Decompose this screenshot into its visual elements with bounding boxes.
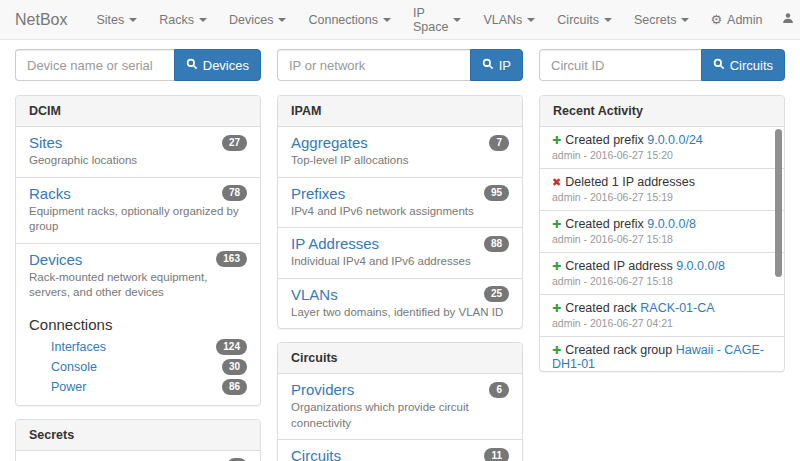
navbar-item[interactable]: Racks xyxy=(148,1,218,39)
navbar-item-label: VLANs xyxy=(483,13,522,27)
search-circuits-button[interactable]: Circuits xyxy=(701,49,785,81)
circuit-search-group: Circuits xyxy=(539,49,785,81)
item-link[interactable]: VLANs xyxy=(291,286,338,303)
navbar-item[interactable]: VLANs xyxy=(472,1,546,39)
search-ip-button[interactable]: IP xyxy=(470,49,523,81)
activity-meta: admin - 2016-06-27 15:18 xyxy=(552,233,768,245)
column-ipam: IPAM Aggregates 7 Top-level IP allocatio… xyxy=(277,95,523,461)
item-link[interactable]: Secrets xyxy=(29,458,80,461)
count-badge: 25 xyxy=(484,286,509,302)
activity-action-text: Created rack group xyxy=(565,343,672,357)
device-search-group: Devices xyxy=(15,49,261,81)
navbar-item[interactable]: Secrets xyxy=(623,1,700,39)
activity-action-icon xyxy=(552,302,561,315)
connection-link[interactable]: Interfaces xyxy=(51,340,106,354)
item-link[interactable]: Aggregates xyxy=(291,134,368,151)
activity-scrollbar[interactable] xyxy=(775,129,782,277)
activity-item: Deleted 1 IP addresses admin - 2016-06-2… xyxy=(540,168,784,210)
column-activity: Recent Activity Created prefix 9.0.0.0/2… xyxy=(539,95,785,461)
ip-search-group: IP xyxy=(277,49,523,81)
count-badge: 7 xyxy=(489,135,509,151)
dcim-list-item: Racks 78 Equipment racks, optionally org… xyxy=(16,177,260,243)
activity-action-icon xyxy=(552,260,561,273)
item-description: Top-level IP allocations xyxy=(291,153,509,169)
ipam-list-item: IP Addresses 88 Individual IPv4 and IPv6… xyxy=(278,227,522,278)
count-badge: 163 xyxy=(216,251,247,267)
chevron-down-icon xyxy=(681,18,689,22)
item-description: IPv4 and IPv6 network assignments xyxy=(291,204,509,220)
ip-search-input[interactable] xyxy=(277,49,470,81)
connection-link[interactable]: Power xyxy=(51,380,86,394)
ipam-list-item: Prefixes 95 IPv4 and IPv6 network assign… xyxy=(278,177,522,228)
item-link[interactable]: IP Addresses xyxy=(291,235,379,252)
item-link[interactable]: Racks xyxy=(29,185,71,202)
navbar-item[interactable]: Sites xyxy=(85,1,148,39)
user-icon xyxy=(782,12,794,27)
connection-row: Console 30 xyxy=(29,357,247,377)
navbar-item-label: Devices xyxy=(229,13,273,27)
connection-row: Interfaces 124 xyxy=(29,337,247,357)
activity-item: Created rack group Hawaii - CAGE-DH1-01 … xyxy=(540,336,784,371)
search-devices-button[interactable]: Devices xyxy=(174,49,261,81)
secrets-panel: Secrets Secrets 0 Sensitive data (such a… xyxy=(15,419,261,461)
brand-logo[interactable]: NetBox xyxy=(15,11,67,29)
item-link[interactable]: Sites xyxy=(29,134,62,151)
circuits-panel: Circuits Providers 6 Organizations which… xyxy=(277,342,523,461)
navbar-right: ⚙ Admin Profile Log out xyxy=(700,0,800,46)
connection-link[interactable]: Console xyxy=(51,360,97,374)
circuit-search-input[interactable] xyxy=(539,49,701,81)
navbar-item-label: Circuits xyxy=(557,13,599,27)
activity-list: Created prefix 9.0.0.0/24 admin - 2016-0… xyxy=(540,127,784,371)
count-badge: 6 xyxy=(489,382,509,398)
activity-action-text: Deleted 1 IP addresses xyxy=(565,175,695,189)
activity-meta: admin - 2016-06-27 04:21 xyxy=(552,317,768,329)
dcim-list-item: Sites 27 Geographic locations xyxy=(16,127,260,177)
activity-meta: admin - 2016-06-27 15:19 xyxy=(552,191,768,203)
connections-title: Connections xyxy=(29,316,247,333)
activity-object-link[interactable]: 9.0.0.0/8 xyxy=(647,217,696,231)
navbar-item[interactable]: IP Space xyxy=(402,0,472,46)
count-badge: 78 xyxy=(222,185,247,201)
activity-object-link[interactable]: RACK-01-CA xyxy=(640,301,714,315)
count-badge: 95 xyxy=(484,185,509,201)
navbar-menu: Sites Racks Devices Connections IP Space xyxy=(85,0,700,46)
activity-action-text: Created rack xyxy=(565,301,637,315)
navbar-item-label: Secrets xyxy=(634,13,676,27)
navbar-item[interactable]: Connections xyxy=(297,1,402,39)
navbar-item[interactable]: Circuits xyxy=(546,1,623,39)
navbar-item-label: Sites xyxy=(96,13,124,27)
ipam-list-item: Aggregates 7 Top-level IP allocations xyxy=(278,127,522,177)
activity-item: Created prefix 9.0.0.0/8 admin - 2016-06… xyxy=(540,210,784,252)
recent-activity-panel: Recent Activity Created prefix 9.0.0.0/2… xyxy=(539,95,785,372)
search-icon xyxy=(713,58,725,73)
chevron-down-icon xyxy=(278,18,286,22)
admin-link[interactable]: ⚙ Admin xyxy=(700,1,772,39)
navbar-item-label: Connections xyxy=(308,13,378,27)
chevron-down-icon xyxy=(129,18,137,22)
item-link[interactable]: Providers xyxy=(291,381,354,398)
navbar: NetBox Sites Racks Devices Connections xyxy=(0,0,800,40)
activity-object-link[interactable]: 9.0.0.0/8 xyxy=(676,259,725,273)
item-link[interactable]: Circuits xyxy=(291,447,341,461)
activity-action-icon xyxy=(552,344,561,357)
activity-object-link[interactable]: 9.0.0.0/24 xyxy=(647,133,703,147)
activity-action-icon xyxy=(552,218,561,231)
item-link[interactable]: Devices xyxy=(29,251,82,268)
item-link[interactable]: Prefixes xyxy=(291,185,345,202)
secrets-list-item: Secrets 0 Sensitive data (such as passwo… xyxy=(16,451,260,461)
activity-meta: admin - 2016-06-27 15:20 xyxy=(552,149,768,161)
navbar-item[interactable]: Devices xyxy=(218,1,297,39)
count-badge: 88 xyxy=(484,236,509,252)
activity-action-text: Created prefix xyxy=(565,217,644,231)
count-badge: 30 xyxy=(222,359,247,375)
search-icon xyxy=(186,58,198,73)
dcim-panel: DCIM Sites 27 Geographic locations Racks xyxy=(15,95,261,406)
profile-link[interactable]: Profile xyxy=(772,0,800,39)
activity-action-icon xyxy=(552,134,561,147)
item-description: Individual IPv4 and IPv6 addresses xyxy=(291,254,509,270)
activity-action-icon xyxy=(552,176,561,189)
gear-icon: ⚙ xyxy=(710,13,722,26)
device-search-input[interactable] xyxy=(15,49,174,81)
activity-meta: admin - 2016-06-27 15:18 xyxy=(552,275,768,287)
activity-item: Created prefix 9.0.0.0/24 admin - 2016-0… xyxy=(540,127,784,168)
